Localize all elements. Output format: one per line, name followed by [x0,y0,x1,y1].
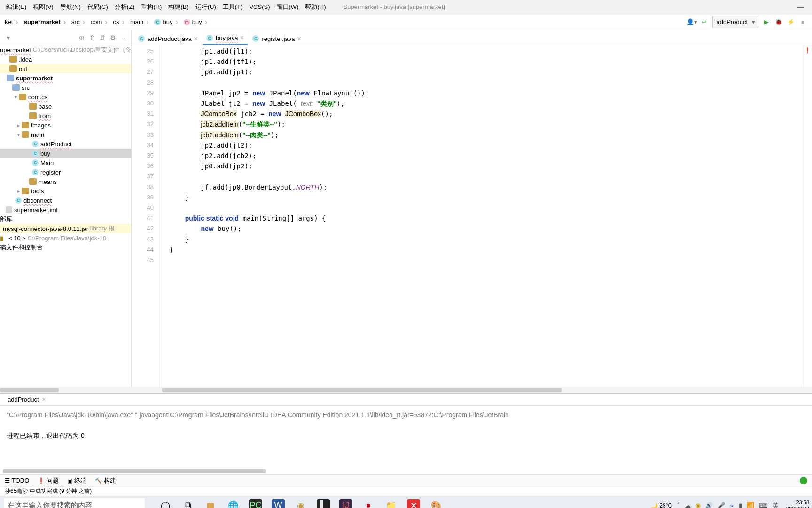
tree-iml[interactable]: supermarket.iml [14,206,57,214]
ime-indicator[interactable]: 英 [773,501,779,508]
menu-analyze[interactable]: 分析(Z) [111,3,138,11]
coverage-button[interactable]: ⚡ [785,16,797,28]
stop-button[interactable]: ■ [797,16,809,28]
tree-jdk[interactable]: < 10 > [8,235,26,242]
word-icon[interactable]: W [272,499,285,508]
tree-module[interactable]: supermarket [16,75,53,82]
crumb-1[interactable]: supermarket [22,16,70,28]
chevron-right-icon[interactable] [15,189,22,194]
chevron-down-icon[interactable] [12,95,19,100]
cmd-icon[interactable]: ▌ [317,499,330,508]
system-tray[interactable]: 🌙 28°C ˄ ☁ ◉ 🔊 🎤 ⟡ ▮ 📶 ⌨ 英 23:582021/6/2… [651,500,809,508]
wifi-icon[interactable]: 📶 [747,502,754,508]
run-config-selector[interactable]: addProduct [712,16,759,28]
menu-nav[interactable]: 导航(N) [57,3,84,11]
settings-icon[interactable]: ⚙ [108,34,118,41]
select-target-icon[interactable]: ⊕ [77,34,87,41]
build-icon[interactable]: ↩ [698,16,710,28]
tree-root[interactable]: upermarket [0,47,31,54]
crumb-2[interactable]: src [70,16,89,28]
paint-icon[interactable]: 🎨 [429,499,443,508]
code-editor[interactable]: 2526272829303132333435363738394041424344… [132,45,812,387]
tree-dbconnect[interactable]: dbconnect [23,197,52,204]
tree-main[interactable]: main [31,131,44,138]
tree-from[interactable]: from [39,112,51,119]
chevron-right-icon[interactable] [15,123,22,128]
todo-tool[interactable]: ☰TODO [5,477,29,484]
tree-src[interactable]: src [22,84,30,91]
tree-addproduct[interactable]: addProduct [40,141,72,148]
minimize-button[interactable]: — [792,3,809,11]
tab-buy[interactable]: Cbuy.java✕ [203,31,248,45]
tree-extlib[interactable]: 部库 [0,215,12,223]
hide-icon[interactable]: − [118,34,128,41]
console-tab[interactable]: addProduct✕ [4,394,50,405]
crumb-0[interactable]: ket [3,16,22,28]
battery-icon[interactable]: ▮ [739,502,742,508]
files-icon[interactable]: 📁 [384,499,398,508]
project-dropdown[interactable]: ▾ [3,34,13,41]
close-icon[interactable]: ✕ [194,36,198,42]
collapse-icon[interactable]: ⇵ [97,34,108,41]
keyboard-icon[interactable]: ⌨ [759,502,768,508]
close-icon[interactable]: ✕ [297,36,301,42]
tab-register[interactable]: Cregister.java✕ [249,31,304,45]
cortana-icon[interactable]: ◯ [159,499,172,508]
scroll-thumb[interactable] [0,388,59,392]
close-icon[interactable]: ✕ [42,397,46,403]
tree-mysql[interactable]: mysql-connector-java-8.0.11.jar [3,225,88,232]
chrome-icon[interactable]: 🌐 [226,499,240,508]
tree-register[interactable]: register [40,169,61,176]
console-scrollbar[interactable] [0,469,812,474]
security-icon[interactable]: ◉ [695,502,701,508]
weather-widget[interactable]: 🌙 28°C [651,502,672,508]
console-output[interactable]: "C:\Program Files\Java\jdk-10\bin\java.e… [0,406,812,469]
scroll-thumb[interactable] [162,388,562,392]
explorer-icon[interactable]: ▆ [204,499,217,508]
terminal-tool[interactable]: ▣终端 [67,476,86,485]
menu-tools[interactable]: 工具(T) [219,3,246,11]
debug-button[interactable]: 🐞 [773,16,785,28]
menu-window[interactable]: 窗口(W) [273,3,302,11]
menu-build[interactable]: 构建(B) [165,3,192,11]
tab-addproduct[interactable]: CaddProduct.java✕ [134,31,202,45]
taskbar-clock[interactable]: 23:582021/6/27 [786,500,809,508]
league-icon[interactable]: ◉ [294,499,307,508]
chevron-down-icon[interactable] [15,132,22,137]
volume-icon[interactable]: 🔊 [705,502,713,508]
menu-help[interactable]: 帮助(H) [302,3,329,11]
menu-refactor[interactable]: 重构(R) [138,3,165,11]
tree-main-class[interactable]: Main [40,159,54,167]
tree-scratch[interactable]: 稿文件和控制台 [0,243,43,252]
error-stripe[interactable]: ❗ 1 [804,45,812,387]
expand-icon[interactable]: ⇳ [87,34,97,41]
menu-edit[interactable]: 编辑(E) [3,3,30,11]
horizontal-scrollbar[interactable] [0,387,812,393]
record-icon[interactable]: ● [362,499,375,508]
tree-idea[interactable]: .idea [19,56,32,63]
taskview-icon[interactable]: ⧉ [181,499,195,508]
close-icon[interactable]: ✕ [240,35,244,41]
crumb-3[interactable]: com [89,16,111,28]
project-tree[interactable]: upermarket C:\Users\fuck\Desktop\重要文件（备 … [0,45,132,387]
crumb-6[interactable]: Cbuy [152,16,181,28]
build-tool[interactable]: 🔨构建 [95,476,116,485]
crumb-5[interactable]: main [128,16,153,28]
add-user-icon[interactable]: 👤▾ [686,16,698,28]
tree-out[interactable]: out [19,65,27,72]
pycharm-icon[interactable]: PC [249,499,262,508]
problems-tool[interactable]: ❗问题 [38,476,59,485]
run-button[interactable]: ▶ [760,16,773,28]
menu-run[interactable]: 运行(U) [192,3,219,11]
code-content[interactable]: jp1.add(jl1); jp1.add(jtf1); jp0.add(jp1… [160,45,804,387]
crumb-7[interactable]: mbuy [182,16,211,28]
tree-images[interactable]: images [31,122,51,129]
bluetooth-icon[interactable]: ⟡ [730,502,734,508]
tray-chevron-icon[interactable]: ˄ [677,502,680,508]
crumb-4[interactable]: cs [111,16,128,28]
onedrive-icon[interactable]: ☁ [685,502,691,508]
tree-buy[interactable]: buy [40,150,50,157]
menu-view[interactable]: 视图(V) [30,3,56,11]
tree-tools[interactable]: tools [31,188,44,195]
mic-icon[interactable]: 🎤 [718,502,725,508]
